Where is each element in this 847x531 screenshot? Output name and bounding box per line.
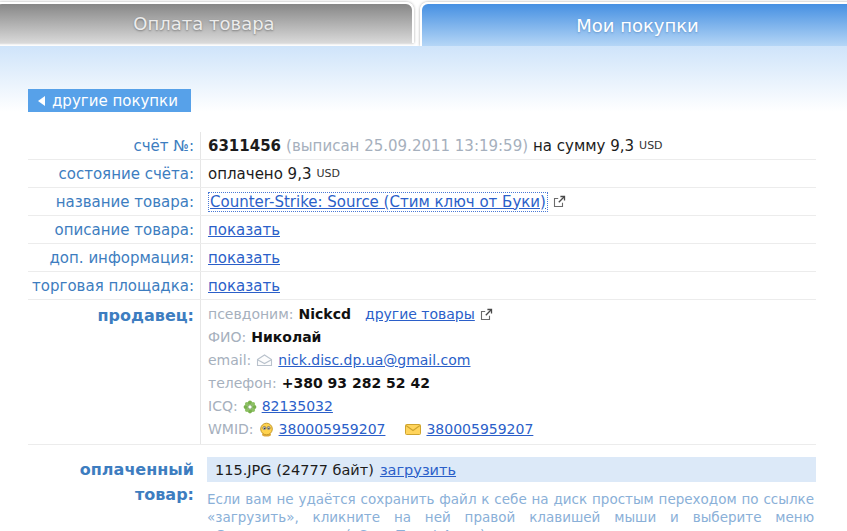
row-label: название товара: bbox=[28, 188, 200, 215]
seller-nickname-line: псевдоним: Nickcd другие товары bbox=[208, 303, 816, 326]
table-row-invoice: счёт №: 6311456 (выписан 25.09.2011 13:1… bbox=[28, 132, 816, 160]
paid-item-label: оплаченный товар: bbox=[28, 457, 200, 531]
seller-wmid-link[interactable]: 380005959207 bbox=[279, 418, 386, 441]
tab-my-purchases[interactable]: Мои покупки bbox=[420, 2, 847, 46]
show-description-link[interactable]: показать bbox=[208, 221, 280, 239]
table-row-extra-info: доп. информация: показать bbox=[28, 244, 816, 272]
table-row-seller: продавец: псевдоним: Nickcd другие товар… bbox=[28, 300, 816, 445]
seller-phone-line: телефон: +380 93 282 52 42 bbox=[208, 372, 816, 395]
tab-payment-label: Оплата товара bbox=[133, 13, 274, 34]
download-help-text: Если вам не удаётся сохранить файл к себ… bbox=[207, 490, 816, 531]
seller-icq-link[interactable]: 82135032 bbox=[262, 395, 333, 418]
wmid-label: WMID: bbox=[208, 418, 254, 441]
other-purchases-button[interactable]: другие покупки bbox=[28, 89, 191, 112]
paid-item-section: оплаченный товар: 115.JPG (24777 байт) з… bbox=[28, 457, 816, 531]
invoice-amount: на сумму 9,3 bbox=[533, 137, 634, 155]
seller-icq-line: ICQ: 82135032 bbox=[208, 395, 816, 418]
seller-email-link[interactable]: nick.disc.dp.ua@gmail.com bbox=[278, 349, 470, 372]
back-arrow-icon bbox=[38, 96, 45, 106]
product-name-link[interactable]: Counter-Strike: Source (Стим ключ от Бук… bbox=[208, 192, 548, 212]
paid-item-content: 115.JPG (24777 байт) загрузить Если вам … bbox=[207, 457, 816, 531]
row-value: показать bbox=[200, 216, 816, 243]
email-label: email: bbox=[208, 349, 251, 372]
invoice-issued: (выписан 25.09.2011 13:19:59) bbox=[286, 137, 528, 155]
show-extra-info-link[interactable]: показать bbox=[208, 249, 280, 267]
show-marketplace-link[interactable]: показать bbox=[208, 277, 280, 295]
row-label: торговая площадка: bbox=[28, 272, 200, 299]
table-row-description: описание товара: показать bbox=[28, 216, 816, 244]
seller-phone: +380 93 282 52 42 bbox=[282, 372, 430, 395]
page: Оплата товара Мои покупки другие покупки… bbox=[0, 0, 847, 531]
state-value: оплачено 9,3 bbox=[208, 165, 311, 183]
fio-label: ФИО: bbox=[208, 326, 246, 349]
wm-mail-icon bbox=[405, 424, 421, 435]
icq-label: ICQ: bbox=[208, 395, 238, 418]
seller-wmid-line: WMID: 380005959207 bbox=[208, 418, 816, 441]
envelope-icon bbox=[256, 354, 273, 367]
seller-nickname: Nickcd bbox=[299, 303, 351, 326]
seller-fio-line: ФИО: Николай bbox=[208, 326, 816, 349]
row-value: оплачено 9,3 USD bbox=[200, 160, 816, 187]
tab-bar: Оплата товара Мои покупки bbox=[0, 0, 847, 46]
table-row-state: состояние счёта: оплачено 9,3 USD bbox=[28, 160, 816, 188]
download-link[interactable]: загрузить bbox=[380, 462, 456, 478]
table-row-product-name: название товара: Counter-Strike: Source … bbox=[28, 188, 816, 216]
seller-label: продавец: bbox=[28, 300, 200, 444]
row-label: доп. информация: bbox=[28, 244, 200, 271]
invoice-number: 6311456 bbox=[208, 137, 281, 155]
row-label: описание товара: bbox=[28, 216, 200, 243]
row-label: состояние счёта: bbox=[28, 160, 200, 187]
row-value: показать bbox=[200, 272, 816, 299]
purchase-info-table: счёт №: 6311456 (выписан 25.09.2011 13:1… bbox=[28, 132, 816, 445]
external-link-icon[interactable] bbox=[480, 308, 493, 321]
seller-fio: Николай bbox=[251, 326, 321, 349]
tab-payment[interactable]: Оплата товара bbox=[0, 2, 414, 43]
invoice-currency: USD bbox=[639, 139, 663, 152]
seller-email-line: email: nick.disc.dp.ua@gmail.com bbox=[208, 349, 816, 372]
row-value: Counter-Strike: Source (Стим ключ от Бук… bbox=[200, 188, 816, 215]
other-goods-link[interactable]: другие товары bbox=[365, 303, 475, 326]
external-link-icon[interactable] bbox=[553, 195, 566, 208]
row-label: счёт №: bbox=[28, 132, 200, 159]
tab-my-purchases-label: Мои покупки bbox=[576, 15, 699, 36]
other-purchases-label: другие покупки bbox=[52, 92, 178, 110]
nickname-label: псевдоним: bbox=[208, 303, 294, 326]
phone-label: телефон: bbox=[208, 372, 277, 395]
state-currency: USD bbox=[316, 167, 340, 180]
seller-details: псевдоним: Nickcd другие товары ФИО: bbox=[200, 300, 816, 444]
paid-file-band: 115.JPG (24777 байт) загрузить bbox=[207, 457, 816, 482]
webmoney-keeper-icon bbox=[259, 422, 274, 437]
table-row-marketplace: торговая площадка: показать bbox=[28, 272, 816, 300]
icq-flower-icon bbox=[243, 400, 257, 414]
paid-file-name: 115.JPG (24777 байт) bbox=[215, 462, 374, 478]
row-value: показать bbox=[200, 244, 816, 271]
seller-wm-mail-link[interactable]: 380005959207 bbox=[426, 418, 533, 441]
row-value: 6311456 (выписан 25.09.2011 13:19:59) на… bbox=[200, 132, 816, 159]
